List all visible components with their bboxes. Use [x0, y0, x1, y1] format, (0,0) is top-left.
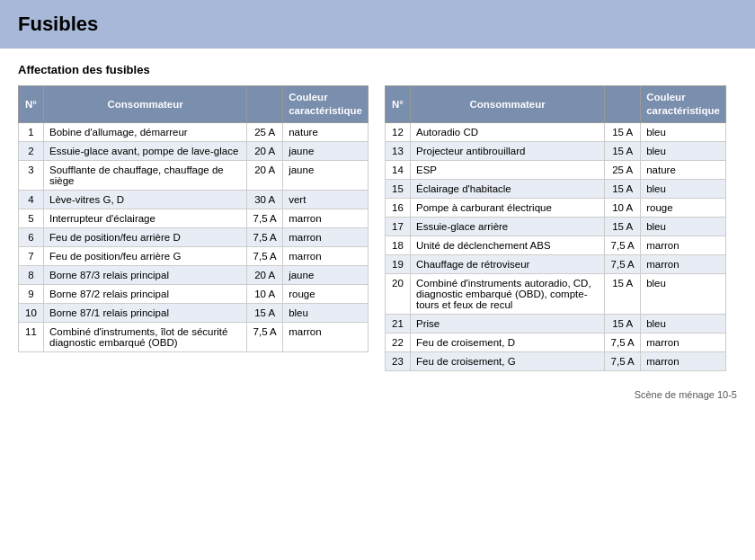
cell-color: jaune [283, 265, 369, 284]
cell-amp: 25 A [605, 160, 641, 179]
cell-amp: 15 A [605, 314, 641, 333]
table-row: 17 Essuie-glace arrière 15 A bleu [386, 217, 726, 236]
content: Affectation des fusibles N° Consommateur… [0, 63, 755, 371]
table-row: 13 Projecteur antibrouillard 15 A bleu [386, 141, 726, 160]
cell-num: 10 [19, 303, 44, 322]
table-row: 7 Feu de position/feu arrière G 7,5 A ma… [19, 246, 369, 265]
right-th-amp [605, 86, 641, 123]
cell-num: 17 [386, 217, 411, 236]
cell-color: nature [641, 160, 726, 179]
table-row: 22 Feu de croisement, D 7,5 A marron [386, 333, 726, 351]
cell-color: marron [283, 246, 369, 265]
cell-conso: Autoradio CD [411, 122, 605, 141]
cell-amp: 7,5 A [605, 254, 641, 273]
cell-conso: Bobine d'allumage, démarreur [44, 122, 247, 141]
cell-amp: 15 A [247, 303, 283, 322]
table-row: 20 Combiné d'instruments autoradio, CD, … [386, 273, 726, 314]
cell-conso: Unité de déclenchement ABS [411, 236, 605, 254]
table-row: 11 Combiné d'instruments, îlot de sécuri… [19, 322, 369, 351]
right-table-body: 12 Autoradio CD 15 A bleu 13 Projecteur … [386, 122, 726, 370]
table-row: 21 Prise 15 A bleu [386, 314, 726, 333]
cell-color: bleu [641, 179, 726, 198]
table-row: 3 Soufflante de chauffage, chauffage de … [19, 160, 369, 190]
table-row: 2 Essuie-glace avant, pompe de lave-glac… [19, 141, 369, 160]
table-row: 15 Éclairage d'habitacle 15 A bleu [386, 179, 726, 198]
cell-conso: Interrupteur d'éclairage [44, 209, 247, 227]
cell-conso: Lève-vitres G, D [44, 190, 247, 209]
cell-color: marron [641, 333, 726, 351]
cell-color: rouge [283, 284, 369, 303]
cell-conso: Essuie-glace arrière [411, 217, 605, 236]
cell-num: 2 [19, 141, 44, 160]
cell-amp: 10 A [605, 198, 641, 217]
cell-num: 5 [19, 209, 44, 227]
left-th-num: N° [19, 86, 44, 123]
cell-amp: 7,5 A [605, 333, 641, 351]
header-bar: Fusibles [0, 0, 755, 49]
cell-color: rouge [641, 198, 726, 217]
cell-amp: 15 A [605, 217, 641, 236]
cell-color: bleu [641, 273, 726, 314]
left-table: N° Consommateur Couleur caractéristique … [18, 85, 369, 352]
cell-amp: 15 A [605, 179, 641, 198]
cell-amp: 15 A [605, 141, 641, 160]
cell-conso: Soufflante de chauffage, chauffage de si… [44, 160, 247, 190]
cell-num: 4 [19, 190, 44, 209]
table-row: 9 Borne 87/2 relais principal 10 A rouge [19, 284, 369, 303]
cell-color: marron [283, 209, 369, 227]
cell-color: bleu [641, 217, 726, 236]
cell-amp: 7,5 A [605, 351, 641, 370]
cell-color: jaune [283, 160, 369, 190]
right-th-num: N° [386, 86, 411, 123]
cell-color: nature [283, 122, 369, 141]
cell-num: 7 [19, 246, 44, 265]
cell-conso: Borne 87/2 relais principal [44, 284, 247, 303]
cell-num: 18 [386, 236, 411, 254]
footer: Scène de ménage 10-5 [0, 380, 755, 409]
cell-color: bleu [641, 122, 726, 141]
cell-num: 12 [386, 122, 411, 141]
cell-num: 22 [386, 333, 411, 351]
cell-num: 13 [386, 141, 411, 160]
cell-conso: Essuie-glace avant, pompe de lave-glace [44, 141, 247, 160]
section-title: Affectation des fusibles [18, 63, 737, 76]
cell-amp: 7,5 A [247, 246, 283, 265]
table-row: 4 Lève-vitres G, D 30 A vert [19, 190, 369, 209]
cell-color: marron [641, 351, 726, 370]
cell-amp: 20 A [247, 141, 283, 160]
cell-num: 23 [386, 351, 411, 370]
cell-conso: Borne 87/3 relais principal [44, 265, 247, 284]
cell-amp: 7,5 A [247, 227, 283, 246]
cell-color: marron [641, 254, 726, 273]
table-row: 14 ESP 25 A nature [386, 160, 726, 179]
cell-conso: Feu de position/feu arrière G [44, 246, 247, 265]
cell-conso: Combiné d'instruments, îlot de sécurité … [44, 322, 247, 351]
cell-amp: 30 A [247, 190, 283, 209]
cell-num: 11 [19, 322, 44, 351]
cell-conso: Prise [411, 314, 605, 333]
cell-conso: ESP [411, 160, 605, 179]
cell-amp: 25 A [247, 122, 283, 141]
cell-num: 3 [19, 160, 44, 190]
cell-num: 9 [19, 284, 44, 303]
cell-color: bleu [641, 314, 726, 333]
cell-num: 1 [19, 122, 44, 141]
cell-num: 16 [386, 198, 411, 217]
cell-color: vert [283, 190, 369, 209]
left-th-amp [247, 86, 283, 123]
page-title: Fusibles [18, 13, 737, 36]
cell-conso: Chauffage de rétroviseur [411, 254, 605, 273]
left-th-color: Couleur caractéristique [283, 86, 369, 123]
table-row: 16 Pompe à carburant électrique 10 A rou… [386, 198, 726, 217]
cell-conso: Feu de croisement, G [411, 351, 605, 370]
cell-amp: 7,5 A [247, 322, 283, 351]
right-table: N° Consommateur Couleur caractéristique … [385, 85, 726, 371]
table-row: 5 Interrupteur d'éclairage 7,5 A marron [19, 209, 369, 227]
cell-conso: Pompe à carburant électrique [411, 198, 605, 217]
cell-amp: 20 A [247, 160, 283, 190]
cell-amp: 15 A [605, 273, 641, 314]
right-th-conso: Consommateur [411, 86, 605, 123]
cell-num: 19 [386, 254, 411, 273]
cell-amp: 7,5 A [605, 236, 641, 254]
cell-conso: Feu de croisement, D [411, 333, 605, 351]
